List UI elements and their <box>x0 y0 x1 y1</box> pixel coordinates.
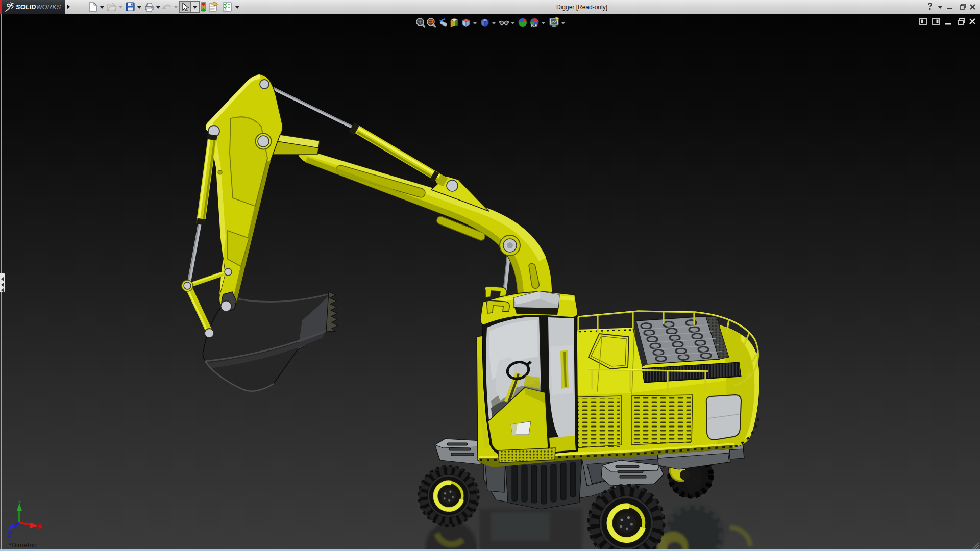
svg-text:SOLIDWORKS: SOLIDWORKS <box>16 4 61 11</box>
